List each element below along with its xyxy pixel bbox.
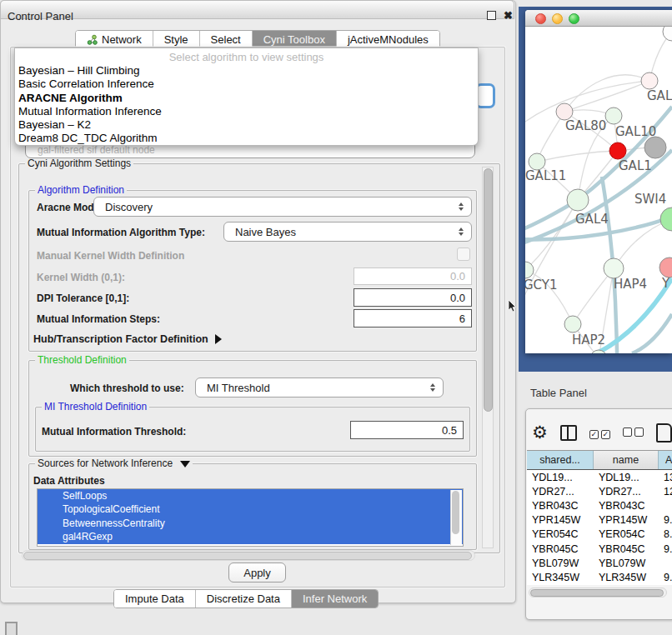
column-header-a[interactable]: A (659, 451, 672, 469)
mi-threshold-legend: MI Threshold Definition (42, 401, 149, 412)
table-row[interactable]: YBL079WYBL079W (527, 556, 672, 570)
tab-infer-network[interactable]: Infer Network (292, 590, 378, 608)
apply-button[interactable]: Apply (228, 562, 286, 582)
dropdown-items: Bayesian – Hill ClimbingBasic Correlatio… (15, 64, 478, 146)
select-all-checkboxes-icon[interactable]: ✓✓ (589, 425, 610, 440)
tab-style[interactable]: Style (153, 31, 200, 48)
node-swi4[interactable] (660, 208, 672, 231)
node-gcy1[interactable] (525, 262, 534, 278)
node-gal[interactable] (641, 72, 658, 89)
tab-cyni-toolbox[interactable]: Cyni Toolbox (253, 31, 337, 48)
settings-gear-icon[interactable]: ⚙ (532, 420, 548, 445)
network-canvas[interactable]: GALGAL80GAL10GAL1GAL11SWI4GAL4GCY1YHAP4H… (525, 27, 672, 353)
attribute-item-topologicalcoefficient[interactable]: TopologicalCoefficient (38, 502, 463, 516)
table-toolbar: ⚙ ✓✓ (532, 419, 672, 446)
attribute-item-selfloops[interactable]: SelfLoops (38, 489, 463, 502)
sources-legend[interactable]: Sources for Network Inference (35, 458, 193, 469)
node-label-gcy1: GCY1 (525, 278, 558, 292)
column-header-shared[interactable]: shared... (527, 451, 594, 469)
mouse-cursor-icon (508, 300, 518, 317)
mi-type-value: Naive Bayes (235, 226, 296, 238)
dropdown-item-mutual-information-inference[interactable]: Mutual Information Inference (15, 105, 478, 118)
attribute-item-gal4rgexp[interactable]: gal4RGexp (38, 530, 463, 543)
cyni-mode-tabs: Impute DataDiscretize DataInfer Network (113, 589, 379, 608)
node-gal11[interactable] (529, 153, 545, 170)
node-y[interactable] (659, 258, 672, 278)
table-row[interactable]: YIL052CYIL052C9 (527, 585, 672, 586)
tab-label: Impute Data (125, 592, 184, 605)
column-header-name[interactable]: name (594, 451, 659, 469)
tab-label: Discretize Data (207, 592, 280, 605)
node-gal80[interactable] (556, 103, 573, 120)
kernel-width-field[interactable]: 0.0 (354, 268, 472, 285)
sources-legend-text: Sources for Network Inference (38, 458, 173, 469)
attribute-item-betweennesscentrality[interactable]: BetweennessCentrality (38, 517, 463, 530)
table-cell: YDL19... (594, 470, 659, 484)
table-cell: YBL079W (527, 556, 594, 570)
table-row[interactable]: YBR043CYBR043C (527, 498, 672, 512)
node-unlabeled[interactable] (644, 137, 666, 158)
settings-scrollbar-thumb[interactable] (484, 168, 493, 412)
hub-factor-disclosure[interactable]: Hub/Transcription Factor Definition (33, 333, 222, 345)
node-attribute-table: shared...nameA YDL19...YDL19...13YDR27..… (527, 450, 672, 585)
deselect-all-checkboxes-icon[interactable] (623, 425, 644, 440)
mi-steps-label: Mutual Information Steps: (37, 313, 160, 325)
data-attributes-list[interactable]: SelfLoopsTopologicalCoefficientBetweenne… (37, 488, 464, 547)
table-cell: 13 (659, 470, 672, 484)
close-panel-icon[interactable]: ✖ (504, 11, 513, 20)
dropdown-item-aracne-algorithm[interactable]: ARACNE Algorithm (15, 92, 478, 105)
node-label-hap4: HAP4 (614, 277, 647, 292)
node-unlabeled[interactable] (663, 27, 672, 41)
mi-threshold-field[interactable]: 0.5 (350, 421, 464, 439)
table-row[interactable]: YDR27...YDR27...12 (527, 484, 672, 498)
table-row[interactable]: YDL19...YDL19...13 (527, 470, 672, 484)
node-label-gal1: GAL1 (619, 158, 652, 173)
settings-hscrollbar-thumb[interactable] (23, 552, 472, 560)
table-cell: YIL052C (594, 585, 659, 586)
control-panel-titlebar[interactable] (0, 0, 514, 19)
tab-network[interactable]: Network (76, 31, 153, 48)
manual-kernel-checkbox[interactable] (457, 248, 470, 261)
minimize-window-icon[interactable] (552, 13, 563, 24)
dropdown-item-bayesian-hill-climbing[interactable]: Bayesian – Hill Climbing (15, 64, 478, 78)
table-cell: YDL19... (527, 470, 594, 484)
mi-steps-field[interactable]: 6 (354, 309, 472, 328)
dropdown-item-basic-correlation-inference[interactable]: Basic Correlation Inference (15, 78, 478, 91)
new-table-icon[interactable] (656, 423, 672, 442)
node-hap2[interactable] (564, 316, 581, 332)
table-cell: YBR043C (527, 498, 594, 512)
cyni-settings-legend: Cyni Algorithm Settings (25, 158, 133, 169)
tab-discretize-data[interactable]: Discretize Data (196, 590, 292, 608)
checked-box-icon: ✓ (601, 430, 610, 439)
node-gal10[interactable] (605, 108, 622, 124)
which-threshold-combo[interactable]: MI Threshold (195, 378, 444, 398)
collapsed-panel-icon[interactable] (5, 622, 18, 635)
table-cell: YIL052C (527, 585, 594, 586)
node-gal4[interactable] (567, 189, 589, 211)
zoom-window-icon[interactable] (569, 13, 579, 24)
node-hap4[interactable] (604, 258, 624, 278)
table-cell: YLR345W (527, 570, 594, 584)
aracne-mode-combo[interactable]: Discovery (93, 197, 472, 217)
table-row[interactable]: YLR345WYLR345W9. (527, 570, 672, 584)
tab-impute-data[interactable]: Impute Data (114, 590, 196, 608)
dpi-tolerance-field[interactable]: 0.0 (354, 288, 472, 307)
algorithm-dropdown-list: Select algorithm to view settings Bayesi… (14, 48, 479, 146)
network-window-titlebar[interactable] (525, 10, 672, 27)
column-view-icon[interactable] (560, 425, 577, 441)
table-cell: YBR045C (527, 542, 594, 556)
table-row[interactable]: YER054CYER054C8. (527, 528, 672, 542)
dropdown-item-dream8-dc-tdc-algorithm[interactable]: Dream8 DC_TDC Algorithm (15, 132, 478, 145)
close-window-icon[interactable] (535, 13, 546, 24)
table-cell: YDR27... (527, 484, 594, 498)
table-row[interactable]: YBR045CYBR045C9. (527, 542, 672, 556)
float-window-icon[interactable] (487, 11, 496, 20)
mi-type-combo[interactable]: Naive Bayes (223, 222, 472, 242)
node-gal1[interactable] (609, 142, 626, 159)
dropdown-item-bayesian-k2[interactable]: Bayesian – K2 (15, 118, 478, 132)
tab-jactivemnodules[interactable]: jActiveMNodules (337, 31, 439, 48)
tab-select[interactable]: Select (200, 31, 253, 48)
attributes-scrollbar-thumb[interactable] (452, 491, 459, 534)
table-row[interactable]: YPR145WYPR145W9. (527, 513, 672, 528)
table-hscrollbar-thumb[interactable] (530, 589, 664, 597)
